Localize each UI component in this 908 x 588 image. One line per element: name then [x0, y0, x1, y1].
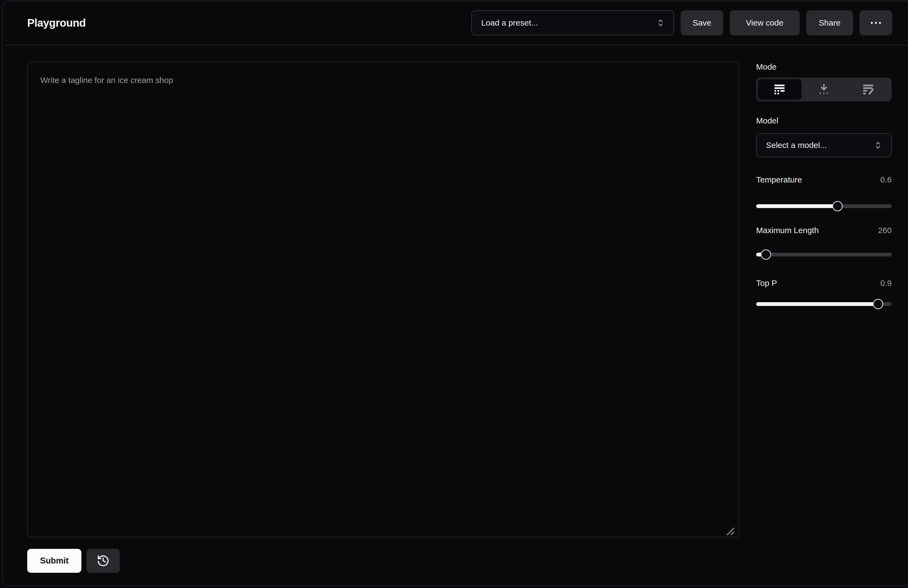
app-container: Playground Load a preset... Save View co…: [2, 0, 908, 586]
mode-toggle-group: [756, 77, 892, 101]
mode-tab-insert[interactable]: [802, 79, 846, 100]
view-code-button[interactable]: View code: [730, 10, 800, 35]
top-p-value: 0.9: [880, 278, 892, 288]
preset-select-value: Load a preset...: [481, 18, 538, 27]
playground-screen: Playground Load a preset... Save View co…: [0, 0, 908, 588]
save-button[interactable]: Save: [681, 10, 723, 35]
max-length-label: Maximum Length: [756, 226, 819, 235]
slider-track[interactable]: [756, 204, 892, 208]
history-icon: [97, 554, 110, 567]
prompt-textarea[interactable]: [27, 62, 739, 537]
slider-thumb[interactable]: [832, 201, 843, 211]
ellipsis-icon: [871, 21, 881, 24]
insert-icon: [818, 84, 829, 95]
updown-chevron-icon: [657, 18, 664, 28]
slider-thumb[interactable]: [873, 299, 883, 309]
updown-chevron-icon: [874, 140, 882, 150]
max-length-slider[interactable]: [756, 249, 892, 260]
slider-track[interactable]: [756, 302, 892, 306]
temperature-header: Temperature 0.6: [756, 175, 892, 185]
edit-icon: [863, 84, 874, 95]
mode-tab-complete[interactable]: [758, 79, 802, 100]
top-p-label: Top P: [756, 278, 777, 288]
slider-thumb[interactable]: [761, 249, 771, 260]
mode-label: Mode: [756, 62, 776, 72]
slider-track[interactable]: [756, 253, 892, 257]
model-select[interactable]: Select a model...: [756, 133, 892, 157]
max-length-value: 260: [878, 226, 892, 235]
top-p-slider[interactable]: [756, 299, 892, 310]
top-p-header: Top P 0.9: [756, 278, 892, 288]
temperature-label: Temperature: [756, 175, 802, 185]
header-actions: Load a preset... Save View code Share: [472, 10, 892, 35]
more-button[interactable]: [860, 10, 892, 35]
slider-fill: [756, 302, 878, 306]
max-length-header: Maximum Length 260: [756, 226, 892, 235]
model-label: Model: [756, 116, 778, 125]
preset-select[interactable]: Load a preset...: [472, 10, 674, 35]
history-button[interactable]: [87, 549, 120, 573]
complete-icon: [774, 84, 785, 95]
submit-button[interactable]: Submit: [27, 549, 81, 573]
temperature-value: 0.6: [880, 175, 892, 185]
model-select-value: Select a model...: [766, 141, 827, 150]
page-title: Playground: [27, 17, 86, 29]
mode-tab-edit[interactable]: [846, 79, 890, 100]
slider-fill: [756, 204, 837, 208]
textarea-resize-grip[interactable]: [723, 524, 735, 536]
header: Playground Load a preset... Save View co…: [5, 2, 908, 45]
share-button[interactable]: Share: [806, 10, 853, 35]
temperature-slider[interactable]: [756, 201, 892, 212]
